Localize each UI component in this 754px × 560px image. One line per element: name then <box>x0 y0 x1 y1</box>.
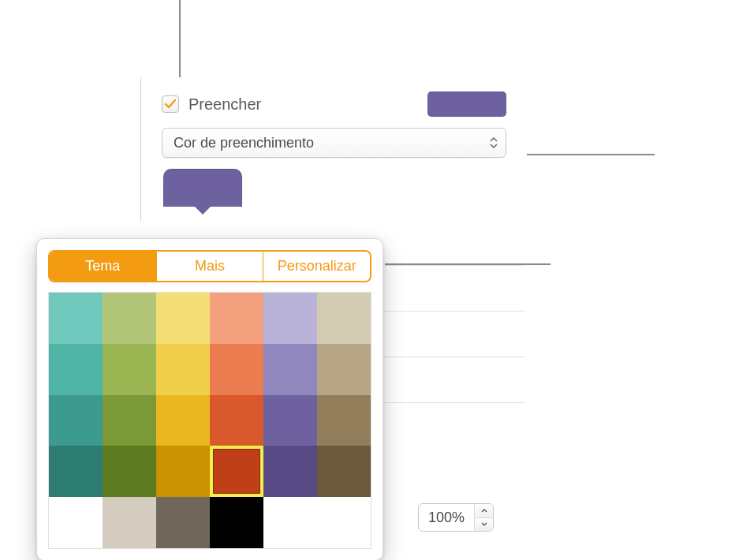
tab-customize[interactable]: Personalizar <box>263 252 370 281</box>
theme-color-grid <box>48 292 371 549</box>
color-swatch[interactable] <box>103 293 156 344</box>
color-swatch[interactable] <box>103 344 156 395</box>
color-swatch[interactable] <box>317 293 371 344</box>
color-swatch[interactable] <box>210 293 263 344</box>
callout-line <box>521 154 655 155</box>
color-swatch[interactable] <box>317 395 371 446</box>
chevron-down-icon <box>481 522 487 526</box>
color-swatch[interactable] <box>156 446 210 497</box>
color-swatch[interactable] <box>49 395 103 446</box>
fill-type-dropdown[interactable]: Cor de preenchimento <box>162 128 506 158</box>
color-swatch[interactable] <box>49 446 103 497</box>
color-swatch[interactable] <box>49 293 103 344</box>
fill-header-row: Preencher <box>162 91 506 117</box>
tab-more[interactable]: Mais <box>157 252 264 281</box>
color-mode-tabs: Tema Mais Personalizar <box>48 250 371 282</box>
fill-checkbox[interactable] <box>162 95 179 113</box>
fill-label: Preencher <box>188 95 261 114</box>
stepper-down[interactable] <box>475 518 493 532</box>
color-swatch[interactable] <box>210 395 263 446</box>
color-swatch[interactable] <box>317 344 371 395</box>
color-swatch[interactable] <box>156 395 210 446</box>
opacity-field: 100% <box>418 503 494 532</box>
color-swatch[interactable] <box>263 344 317 395</box>
opacity-value[interactable]: 100% <box>419 504 474 531</box>
color-swatch[interactable] <box>49 344 103 395</box>
color-swatch[interactable] <box>263 446 317 497</box>
chevron-up-icon <box>481 509 487 513</box>
tab-theme[interactable]: Tema <box>50 252 157 281</box>
checkmark-icon <box>164 98 177 110</box>
color-swatch[interactable] <box>103 497 156 548</box>
updown-icon <box>490 137 498 148</box>
color-swatch[interactable] <box>263 293 317 344</box>
color-swatch[interactable] <box>210 497 263 548</box>
color-swatch[interactable] <box>103 395 156 446</box>
color-swatch[interactable] <box>156 293 210 344</box>
fill-left-group: Preencher <box>162 95 261 114</box>
color-swatch[interactable] <box>49 497 103 548</box>
color-swatch[interactable] <box>210 344 263 395</box>
color-popover: Tema Mais Personalizar <box>36 238 383 560</box>
stepper-up[interactable] <box>475 504 493 518</box>
color-swatch[interactable] <box>210 446 263 497</box>
fill-panel: Preencher Cor de preenchimento <box>140 77 527 221</box>
color-swatch[interactable] <box>156 497 210 548</box>
color-swatch[interactable] <box>317 446 371 497</box>
fill-preview-swatch[interactable] <box>427 91 506 117</box>
opacity-stepper <box>474 504 493 531</box>
fill-color-well[interactable] <box>163 169 242 207</box>
dropdown-label: Cor de preenchimento <box>174 135 314 151</box>
color-swatch[interactable] <box>156 344 210 395</box>
color-swatch[interactable] <box>103 446 156 497</box>
color-swatch[interactable] <box>263 395 317 446</box>
